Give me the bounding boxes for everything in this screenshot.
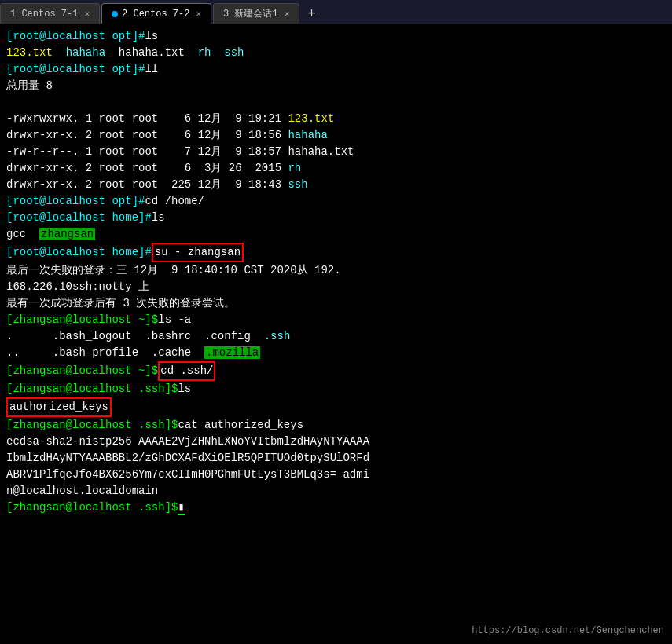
authorized-keys-box: authorized_keys [6, 397, 112, 417]
tab-1-label: 1 Centos 7-1 [10, 9, 78, 20]
line-5 [6, 94, 666, 111]
terminal: [root@localhost opt]#ls 123.txt hahaha h… [0, 24, 672, 644]
tab-1[interactable]: 1 Centos 7-1 ✕ [0, 3, 100, 24]
tab-2[interactable]: 2 Centos 7-2 ✕ [101, 3, 211, 24]
tab-1-close[interactable]: ✕ [84, 9, 90, 19]
line-16: 168.226.10ssh:notty 上 [6, 279, 666, 295]
line-14: [root@localhost home]#su - zhangsan [6, 243, 666, 262]
tab-add-button[interactable]: + [301, 3, 322, 24]
line-11: [root@localhost opt]#cd /home/ [6, 193, 666, 210]
mozilla-highlight: .mozilla [204, 346, 260, 359]
line-10: drwxr-xr-x. 2 root root 225 12月 9 18:43 … [6, 177, 666, 193]
line-9: drwxr-xr-x. 2 root root 6 3月 26 2015 rh [6, 160, 666, 177]
tab-2-close[interactable]: ✕ [196, 9, 201, 19]
line-15: 最后一次失败的登录：三 12月 9 18:40:10 CST 2020从 192… [6, 262, 666, 279]
line-12: [root@localhost home]#ls [6, 210, 666, 226]
line-1: [root@localhost opt]#ls [6, 28, 666, 45]
cd-ssh-box: cd .ssh/ [158, 361, 215, 381]
line-26: IbmlzdHAyNTYAAABBBL2/zGhDCXAFdXiOElR5QPI… [6, 450, 666, 467]
line-17: 最有一次成功登录后有 3 次失败的登录尝试。 [6, 295, 666, 312]
line-28: n@localhost.localdomain [6, 483, 666, 499]
line-22: [zhangsan@localhost .ssh]$ls [6, 381, 666, 397]
line-18: [zhangsan@localhost ~]$ls -a [6, 312, 666, 328]
line-23: authorized_keys [6, 397, 666, 417]
line-25: ecdsa-sha2-nistp256 AAAAE2VjZHNhLXNoYVIt… [6, 434, 666, 450]
line-3: [root@localhost opt]#ll [6, 61, 666, 78]
tab-2-dot [112, 11, 118, 17]
zhangsan-highlight: zhangsan [39, 228, 95, 240]
line-20: .. .bash_profile .cache .mozilla [6, 345, 666, 361]
line-2: 123.txt hahaha hahaha.txt rh ssh [6, 45, 666, 61]
line-21: [zhangsan@localhost ~]$cd .ssh/ [6, 361, 666, 381]
line-4: 总用量 8 [6, 78, 666, 94]
line-24: [zhangsan@localhost .ssh]$cat authorized… [6, 417, 666, 434]
watermark: https://blog.csdn.net/Gengchenchen [472, 624, 664, 638]
tab-bar: 1 Centos 7-1 ✕ 2 Centos 7-2 ✕ 3 新建会话1 ✕ … [0, 0, 672, 24]
tab-3[interactable]: 3 新建会话1 ✕ [213, 3, 299, 24]
line-13: gcc zhangsan [6, 226, 666, 243]
line-29: [zhangsan@localhost .ssh]$▮ [6, 499, 666, 516]
tab-3-label: 3 新建会话1 [223, 7, 278, 20]
line-8: -rw-r--r--. 1 root root 7 12月 9 18:57 ha… [6, 144, 666, 160]
line-6: -rwxrwxrwx. 1 root root 6 12月 9 19:21 12… [6, 111, 666, 127]
line-27: ABRV1PlfqeJfo4BX6256Ym7cxCIImH0PGhmFUtLy… [6, 467, 666, 483]
tab-3-close[interactable]: ✕ [285, 9, 290, 19]
line-7: drwxr-xr-x. 2 root root 6 12月 9 18:56 ha… [6, 127, 666, 144]
line-19: . .bash_logout .bashrc .config .ssh [6, 328, 666, 345]
su-command-box: su - zhangsan [152, 243, 244, 262]
tab-2-label: 2 Centos 7-2 [122, 9, 189, 20]
